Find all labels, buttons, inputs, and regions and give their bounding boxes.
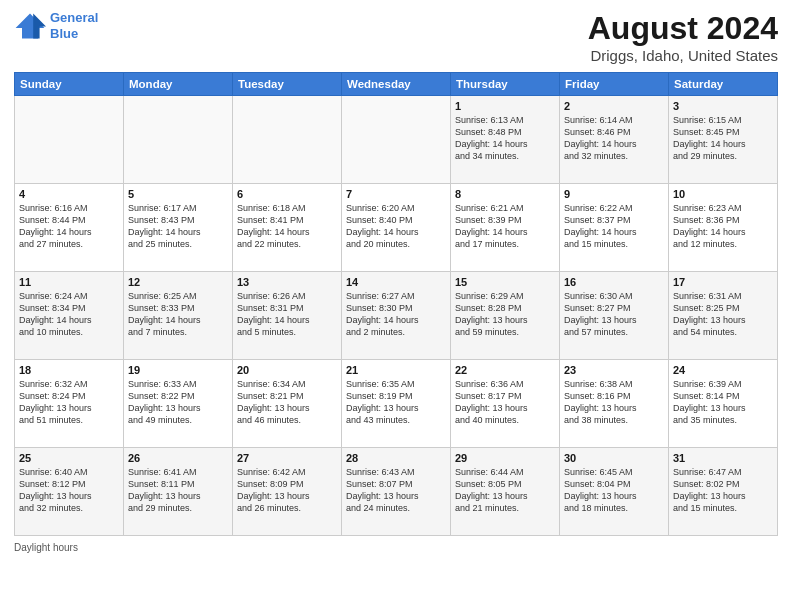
day-number: 29 [455, 452, 555, 464]
day-info: Sunrise: 6:41 AM Sunset: 8:11 PM Dayligh… [128, 466, 228, 515]
calendar-subtitle: Driggs, Idaho, United States [588, 47, 778, 64]
day-number: 9 [564, 188, 664, 200]
day-number: 24 [673, 364, 773, 376]
calendar-cell: 16Sunrise: 6:30 AM Sunset: 8:27 PM Dayli… [560, 272, 669, 360]
day-info: Sunrise: 6:39 AM Sunset: 8:14 PM Dayligh… [673, 378, 773, 427]
calendar-cell: 11Sunrise: 6:24 AM Sunset: 8:34 PM Dayli… [15, 272, 124, 360]
calendar-cell [233, 96, 342, 184]
calendar-cell: 3Sunrise: 6:15 AM Sunset: 8:45 PM Daylig… [669, 96, 778, 184]
day-number: 13 [237, 276, 337, 288]
day-info: Sunrise: 6:24 AM Sunset: 8:34 PM Dayligh… [19, 290, 119, 339]
calendar-cell: 25Sunrise: 6:40 AM Sunset: 8:12 PM Dayli… [15, 448, 124, 536]
week-row-4: 18Sunrise: 6:32 AM Sunset: 8:24 PM Dayli… [15, 360, 778, 448]
col-header-wednesday: Wednesday [342, 73, 451, 96]
calendar-cell: 6Sunrise: 6:18 AM Sunset: 8:41 PM Daylig… [233, 184, 342, 272]
day-info: Sunrise: 6:35 AM Sunset: 8:19 PM Dayligh… [346, 378, 446, 427]
day-number: 12 [128, 276, 228, 288]
calendar-cell: 9Sunrise: 6:22 AM Sunset: 8:37 PM Daylig… [560, 184, 669, 272]
week-row-2: 4Sunrise: 6:16 AM Sunset: 8:44 PM Daylig… [15, 184, 778, 272]
calendar-cell: 28Sunrise: 6:43 AM Sunset: 8:07 PM Dayli… [342, 448, 451, 536]
col-header-saturday: Saturday [669, 73, 778, 96]
calendar-cell: 22Sunrise: 6:36 AM Sunset: 8:17 PM Dayli… [451, 360, 560, 448]
day-info: Sunrise: 6:14 AM Sunset: 8:46 PM Dayligh… [564, 114, 664, 163]
day-number: 20 [237, 364, 337, 376]
col-header-monday: Monday [124, 73, 233, 96]
calendar-cell: 4Sunrise: 6:16 AM Sunset: 8:44 PM Daylig… [15, 184, 124, 272]
day-info: Sunrise: 6:17 AM Sunset: 8:43 PM Dayligh… [128, 202, 228, 251]
day-info: Sunrise: 6:20 AM Sunset: 8:40 PM Dayligh… [346, 202, 446, 251]
calendar-cell: 23Sunrise: 6:38 AM Sunset: 8:16 PM Dayli… [560, 360, 669, 448]
day-number: 25 [19, 452, 119, 464]
calendar-cell: 31Sunrise: 6:47 AM Sunset: 8:02 PM Dayli… [669, 448, 778, 536]
header: General Blue August 2024 Driggs, Idaho, … [14, 10, 778, 64]
daylight-hours-label: Daylight hours [14, 542, 78, 553]
calendar-cell [124, 96, 233, 184]
calendar-cell: 14Sunrise: 6:27 AM Sunset: 8:30 PM Dayli… [342, 272, 451, 360]
calendar-cell: 17Sunrise: 6:31 AM Sunset: 8:25 PM Dayli… [669, 272, 778, 360]
day-number: 1 [455, 100, 555, 112]
day-info: Sunrise: 6:34 AM Sunset: 8:21 PM Dayligh… [237, 378, 337, 427]
calendar-cell: 21Sunrise: 6:35 AM Sunset: 8:19 PM Dayli… [342, 360, 451, 448]
calendar-cell [15, 96, 124, 184]
day-info: Sunrise: 6:13 AM Sunset: 8:48 PM Dayligh… [455, 114, 555, 163]
day-number: 17 [673, 276, 773, 288]
day-info: Sunrise: 6:47 AM Sunset: 8:02 PM Dayligh… [673, 466, 773, 515]
day-number: 23 [564, 364, 664, 376]
page: General Blue August 2024 Driggs, Idaho, … [0, 0, 792, 612]
day-info: Sunrise: 6:43 AM Sunset: 8:07 PM Dayligh… [346, 466, 446, 515]
day-number: 8 [455, 188, 555, 200]
col-header-thursday: Thursday [451, 73, 560, 96]
calendar-cell: 27Sunrise: 6:42 AM Sunset: 8:09 PM Dayli… [233, 448, 342, 536]
logo-text: General Blue [50, 10, 98, 41]
day-number: 6 [237, 188, 337, 200]
day-number: 4 [19, 188, 119, 200]
day-info: Sunrise: 6:36 AM Sunset: 8:17 PM Dayligh… [455, 378, 555, 427]
calendar-header-row: SundayMondayTuesdayWednesdayThursdayFrid… [15, 73, 778, 96]
calendar-cell: 1Sunrise: 6:13 AM Sunset: 8:48 PM Daylig… [451, 96, 560, 184]
day-number: 10 [673, 188, 773, 200]
day-info: Sunrise: 6:29 AM Sunset: 8:28 PM Dayligh… [455, 290, 555, 339]
calendar-cell: 13Sunrise: 6:26 AM Sunset: 8:31 PM Dayli… [233, 272, 342, 360]
logo: General Blue [14, 10, 98, 41]
day-info: Sunrise: 6:21 AM Sunset: 8:39 PM Dayligh… [455, 202, 555, 251]
col-header-tuesday: Tuesday [233, 73, 342, 96]
col-header-friday: Friday [560, 73, 669, 96]
day-number: 18 [19, 364, 119, 376]
day-info: Sunrise: 6:40 AM Sunset: 8:12 PM Dayligh… [19, 466, 119, 515]
logo-icon [14, 12, 46, 40]
calendar-cell: 7Sunrise: 6:20 AM Sunset: 8:40 PM Daylig… [342, 184, 451, 272]
calendar-cell: 18Sunrise: 6:32 AM Sunset: 8:24 PM Dayli… [15, 360, 124, 448]
day-info: Sunrise: 6:30 AM Sunset: 8:27 PM Dayligh… [564, 290, 664, 339]
logo-line2: Blue [50, 26, 78, 41]
day-info: Sunrise: 6:16 AM Sunset: 8:44 PM Dayligh… [19, 202, 119, 251]
day-number: 19 [128, 364, 228, 376]
calendar-cell: 24Sunrise: 6:39 AM Sunset: 8:14 PM Dayli… [669, 360, 778, 448]
calendar-cell: 5Sunrise: 6:17 AM Sunset: 8:43 PM Daylig… [124, 184, 233, 272]
calendar-cell: 19Sunrise: 6:33 AM Sunset: 8:22 PM Dayli… [124, 360, 233, 448]
day-number: 14 [346, 276, 446, 288]
day-info: Sunrise: 6:26 AM Sunset: 8:31 PM Dayligh… [237, 290, 337, 339]
day-number: 15 [455, 276, 555, 288]
calendar-cell: 20Sunrise: 6:34 AM Sunset: 8:21 PM Dayli… [233, 360, 342, 448]
day-info: Sunrise: 6:33 AM Sunset: 8:22 PM Dayligh… [128, 378, 228, 427]
calendar-cell: 26Sunrise: 6:41 AM Sunset: 8:11 PM Dayli… [124, 448, 233, 536]
day-number: 27 [237, 452, 337, 464]
footer-note: Daylight hours [14, 542, 778, 553]
day-number: 26 [128, 452, 228, 464]
calendar-cell: 30Sunrise: 6:45 AM Sunset: 8:04 PM Dayli… [560, 448, 669, 536]
day-info: Sunrise: 6:25 AM Sunset: 8:33 PM Dayligh… [128, 290, 228, 339]
day-number: 31 [673, 452, 773, 464]
day-info: Sunrise: 6:18 AM Sunset: 8:41 PM Dayligh… [237, 202, 337, 251]
logo-line1: General [50, 10, 98, 25]
day-number: 7 [346, 188, 446, 200]
day-number: 3 [673, 100, 773, 112]
day-info: Sunrise: 6:27 AM Sunset: 8:30 PM Dayligh… [346, 290, 446, 339]
day-number: 30 [564, 452, 664, 464]
calendar-cell [342, 96, 451, 184]
day-info: Sunrise: 6:32 AM Sunset: 8:24 PM Dayligh… [19, 378, 119, 427]
day-info: Sunrise: 6:44 AM Sunset: 8:05 PM Dayligh… [455, 466, 555, 515]
calendar-cell: 2Sunrise: 6:14 AM Sunset: 8:46 PM Daylig… [560, 96, 669, 184]
day-info: Sunrise: 6:22 AM Sunset: 8:37 PM Dayligh… [564, 202, 664, 251]
day-number: 11 [19, 276, 119, 288]
week-row-5: 25Sunrise: 6:40 AM Sunset: 8:12 PM Dayli… [15, 448, 778, 536]
